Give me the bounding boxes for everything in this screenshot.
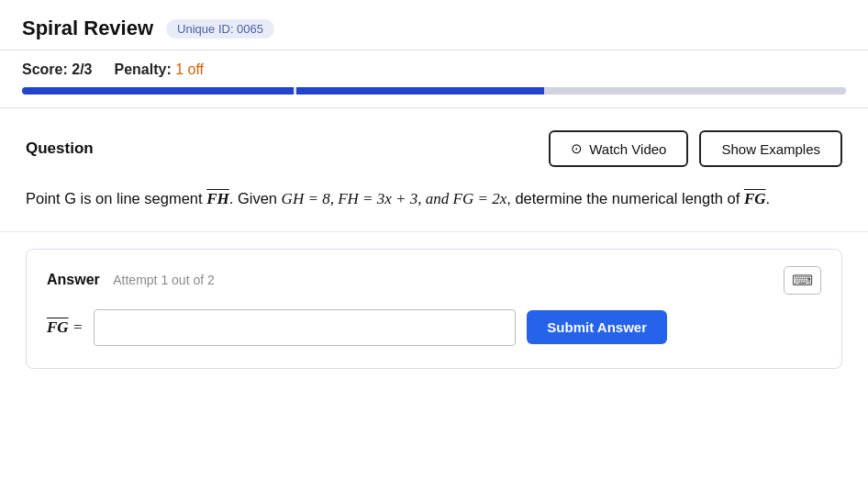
math-expression: GH = 8, FH = 3x + 3, and FG = 2x — [282, 190, 507, 207]
answer-label: Answer — [47, 272, 100, 287]
watch-video-button[interactable]: ⊙ Watch Video — [549, 130, 688, 167]
attempt-label: Attempt 1 out of 2 — [113, 273, 215, 287]
penalty-value: 1 off — [175, 61, 204, 77]
progress-segment-2 — [296, 87, 543, 95]
segment-FG: FG — [744, 190, 766, 207]
page-title: Spiral Review — [22, 17, 153, 40]
question-label: Question — [26, 139, 94, 158]
show-examples-button[interactable]: Show Examples — [699, 130, 842, 167]
segment-FH: FH — [206, 190, 229, 207]
answer-section: Answer Attempt 1 out of 2 ⌨ FG = Submit … — [26, 249, 842, 369]
fg-input[interactable] — [94, 309, 516, 346]
input-row: FG = Submit Answer — [47, 309, 821, 346]
question-header: Question ⊙ Watch Video Show Examples — [26, 130, 842, 167]
score-label: Score: 2/3 — [22, 61, 93, 78]
penalty-label: Penalty: 1 off — [115, 61, 205, 78]
page-header: Spiral Review Unique ID: 0065 — [0, 0, 868, 50]
play-icon: ⊙ — [571, 140, 583, 157]
progress-segment-1 — [22, 87, 294, 95]
submit-answer-button[interactable]: Submit Answer — [527, 310, 667, 344]
keyboard-icon: ⌨ — [792, 273, 813, 288]
fg-label: FG = — [47, 318, 83, 337]
score-section: Score: 2/3 Penalty: 1 off — [0, 50, 868, 108]
keyboard-button[interactable]: ⌨ — [784, 266, 821, 295]
question-buttons: ⊙ Watch Video Show Examples — [549, 130, 842, 167]
progress-bar — [22, 87, 846, 95]
answer-header: Answer Attempt 1 out of 2 ⌨ — [47, 266, 821, 295]
progress-segment-rest — [544, 87, 846, 95]
unique-id-badge: Unique ID: 0065 — [166, 19, 274, 39]
question-section: Question ⊙ Watch Video Show Examples Poi… — [0, 108, 868, 232]
score-value: 2/3 — [72, 61, 92, 77]
question-text: Point G is on line segment FH. Given GH … — [26, 185, 842, 213]
